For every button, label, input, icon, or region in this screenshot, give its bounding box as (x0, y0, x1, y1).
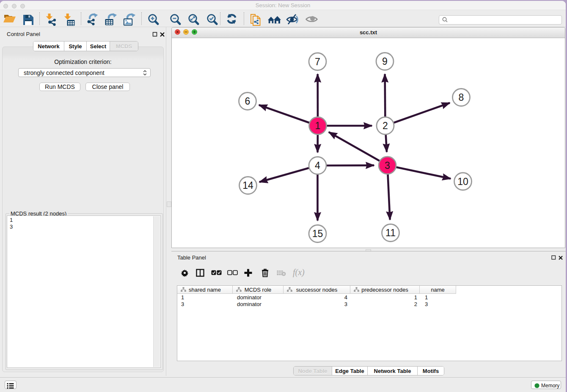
svg-text:3: 3 (385, 160, 390, 171)
svg-text:1: 1 (315, 120, 321, 131)
svg-text:7: 7 (315, 56, 320, 67)
svg-text:4: 4 (315, 160, 320, 171)
svg-text:11: 11 (385, 227, 396, 238)
svg-text:14: 14 (242, 180, 253, 191)
svg-text:15: 15 (312, 228, 323, 239)
svg-text:6: 6 (245, 96, 250, 107)
svg-text:2: 2 (383, 120, 388, 131)
svg-text:9: 9 (382, 56, 388, 67)
svg-text:10: 10 (457, 176, 468, 187)
svg-text:f(x): f(x) (293, 268, 305, 277)
svg-text:8: 8 (459, 92, 464, 103)
